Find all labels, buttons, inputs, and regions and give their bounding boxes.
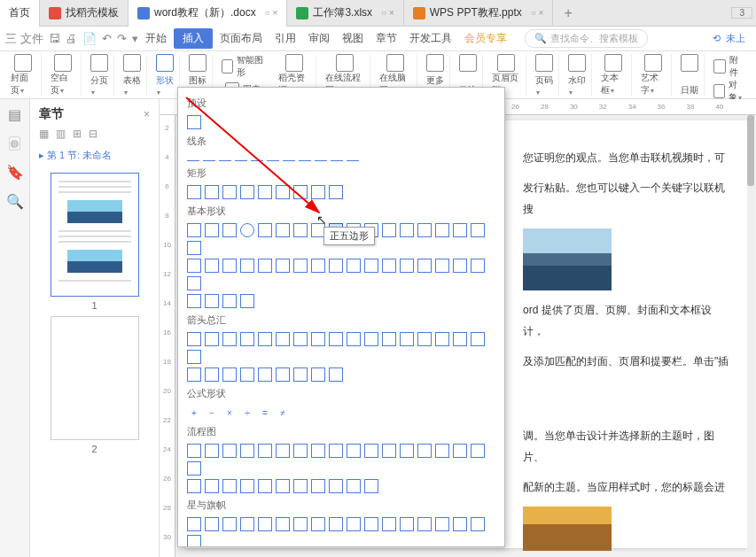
- shape-item[interactable]: [205, 479, 219, 493]
- shape-item[interactable]: [293, 479, 308, 493]
- menu-view[interactable]: 视图: [337, 28, 369, 49]
- shape-item[interactable]: [258, 479, 272, 493]
- search-input[interactable]: 🔍查找命令、搜索模板: [525, 29, 648, 48]
- shape-item[interactable]: [382, 223, 396, 237]
- ribbon-date[interactable]: 日期: [675, 54, 705, 97]
- menu-ref[interactable]: 引用: [269, 28, 301, 49]
- file-menu[interactable]: 三 文件: [5, 31, 43, 47]
- shape-item[interactable]: [240, 479, 254, 493]
- shape-item[interactable]: [222, 294, 237, 308]
- shape-item[interactable]: [311, 259, 325, 273]
- save-icon[interactable]: 🖫: [49, 32, 60, 45]
- outline-icon[interactable]: ▤: [8, 106, 21, 123]
- shape-item[interactable]: [187, 517, 201, 531]
- shape-item[interactable]: [187, 332, 201, 346]
- shape-item[interactable]: [382, 259, 396, 273]
- shape-item[interactable]: [400, 332, 414, 346]
- shape-item[interactable]: [347, 332, 361, 346]
- page-thumbnail-2[interactable]: [51, 316, 139, 440]
- shape-item[interactable]: [240, 332, 254, 346]
- undo-icon[interactable]: ↶: [102, 32, 112, 45]
- shape-formula[interactable]: +: [187, 406, 201, 420]
- shape-item[interactable]: [276, 479, 290, 493]
- print-icon[interactable]: 📄: [82, 32, 97, 45]
- shape-item[interactable]: [471, 259, 485, 273]
- shape-item[interactable]: [417, 332, 432, 346]
- shape-item[interactable]: [187, 535, 201, 547]
- shape-item[interactable]: [329, 479, 343, 493]
- shape-item[interactable]: [329, 259, 343, 273]
- shape-item[interactable]: [311, 444, 325, 458]
- shape-item[interactable]: [293, 517, 308, 531]
- shape-item[interactable]: [222, 444, 237, 458]
- shape-item[interactable]: [258, 332, 272, 346]
- add-tab-button[interactable]: +: [553, 5, 582, 21]
- bookmark-icon[interactable]: 🔖: [6, 164, 24, 181]
- tool-icon[interactable]: ⊟: [89, 128, 97, 140]
- shape-item[interactable]: [222, 259, 237, 273]
- ribbon-tb[interactable]: 文本框▾: [596, 54, 632, 97]
- shape-item[interactable]: [435, 223, 449, 237]
- shape-item[interactable]: [471, 332, 485, 346]
- shape-item[interactable]: [205, 332, 219, 346]
- shape-item[interactable]: [417, 259, 432, 273]
- shape-item[interactable]: [329, 367, 343, 382]
- shape-formula[interactable]: ×: [222, 406, 237, 420]
- page-thumbnail-1[interactable]: [51, 173, 139, 297]
- ribbon-blank[interactable]: 空白页▾: [45, 54, 82, 97]
- menu-layout[interactable]: 页面布局: [214, 28, 268, 49]
- shape-item[interactable]: [400, 259, 414, 273]
- shape-item[interactable]: [453, 259, 467, 273]
- shape-item[interactable]: [205, 517, 219, 531]
- shape-item[interactable]: [205, 259, 219, 273]
- shape-formula[interactable]: −: [205, 406, 219, 420]
- shape-item[interactable]: [435, 444, 449, 458]
- shape-item[interactable]: [417, 444, 432, 458]
- shape-item[interactable]: [471, 444, 485, 458]
- section-label[interactable]: 第 1 节: 未命名: [35, 143, 153, 167]
- shape-item[interactable]: [311, 332, 325, 346]
- shape-item[interactable]: [453, 517, 467, 531]
- shape-item[interactable]: [187, 367, 201, 382]
- shape-item[interactable]: [471, 223, 485, 237]
- cloud-icon[interactable]: ⟲: [713, 33, 721, 44]
- shape-item[interactable]: [240, 259, 254, 273]
- shape-item[interactable]: [311, 367, 325, 382]
- close-icon[interactable]: ○ ×: [381, 8, 394, 18]
- shape-item[interactable]: [240, 367, 254, 382]
- shape-item[interactable]: [258, 444, 272, 458]
- shape-item[interactable]: [293, 259, 308, 273]
- menu-review[interactable]: 审阅: [303, 28, 335, 49]
- ribbon-break[interactable]: 分页▾: [85, 54, 114, 97]
- shape-item[interactable]: [276, 367, 290, 382]
- dropdown-icon[interactable]: ▾: [132, 32, 138, 45]
- shape-item[interactable]: [258, 259, 272, 273]
- menu-section[interactable]: 章节: [370, 28, 402, 49]
- shape-item[interactable]: [382, 517, 396, 531]
- redo-icon[interactable]: ↷: [117, 32, 127, 45]
- ribbon-cover[interactable]: 封面页▾: [5, 54, 42, 97]
- shape-item[interactable]: [329, 332, 343, 346]
- shape-item[interactable]: [435, 332, 449, 346]
- ribbon-att[interactable]: 附件对象▾: [708, 54, 751, 97]
- shape-item[interactable]: [347, 479, 361, 493]
- shape-item[interactable]: [222, 517, 237, 531]
- shape-item[interactable]: [258, 517, 272, 531]
- shape-item[interactable]: [329, 444, 343, 458]
- shape-item[interactable]: [382, 444, 396, 458]
- shape-formula[interactable]: ≠: [276, 406, 290, 420]
- shape-item[interactable]: [311, 517, 325, 531]
- ribbon-art[interactable]: 艺术字▾: [635, 54, 672, 97]
- shape-item[interactable]: [205, 294, 219, 308]
- shape-item[interactable]: [400, 517, 414, 531]
- shape-item[interactable]: [187, 259, 201, 273]
- export-icon[interactable]: 🖨: [66, 32, 77, 45]
- tab-word-doc[interactable]: word教程（新）.docx○ ×: [129, 0, 287, 27]
- shape-item[interactable]: [240, 294, 254, 308]
- shape-item[interactable]: [187, 350, 201, 364]
- shape-item[interactable]: [453, 444, 467, 458]
- shape-item[interactable]: [400, 223, 414, 237]
- tab-template[interactable]: 找稻壳模板: [40, 0, 129, 27]
- shape-item[interactable]: [435, 259, 449, 273]
- shape-item[interactable]: [222, 367, 237, 382]
